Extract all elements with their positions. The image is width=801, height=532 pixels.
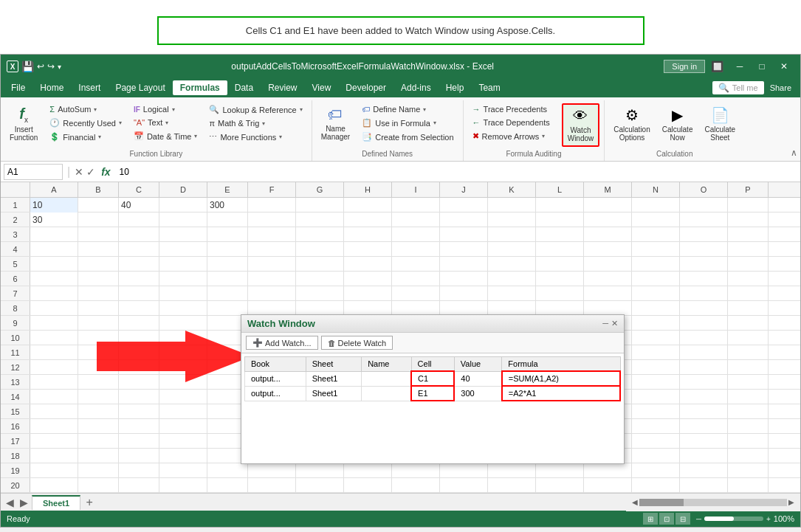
calc-options-button[interactable]: ⚙ Calculation Options (609, 103, 654, 145)
col-header-k[interactable]: K (488, 182, 536, 197)
cell-p1[interactable] (728, 198, 769, 213)
col-header-l[interactable]: L (536, 182, 584, 197)
text-dropdown[interactable]: ▾ (165, 120, 168, 126)
cell-n2[interactable] (632, 213, 680, 227)
menu-add-ins[interactable]: Add-ins (393, 80, 439, 95)
cell-g1[interactable] (296, 198, 344, 213)
more-functions-dropdown[interactable]: ▾ (279, 134, 282, 140)
add-sheet-button[interactable]: + (82, 495, 97, 510)
redo-quick-btn[interactable]: ↪ (47, 61, 55, 72)
confirm-formula-btn[interactable]: ✓ (86, 166, 95, 178)
create-from-selection-button[interactable]: 📑 Create from Selection (357, 131, 458, 143)
watch-window-minimize-btn[interactable]: ─ (602, 319, 608, 328)
cell-e2[interactable] (207, 213, 248, 227)
col-header-g[interactable]: G (296, 182, 344, 197)
cell-j1[interactable] (440, 198, 488, 213)
remove-arrows-button[interactable]: ✖ Remove Arrows ▾ (468, 130, 554, 142)
cell-h2[interactable] (344, 213, 392, 227)
col-header-o[interactable]: O (680, 182, 728, 197)
define-name-dropdown[interactable]: ▾ (423, 106, 426, 113)
save-quick-btn[interactable]: 💾 (21, 61, 34, 72)
formula-input[interactable] (117, 165, 797, 179)
col-header-m[interactable]: M (584, 182, 632, 197)
cell-p2[interactable] (728, 213, 769, 227)
cell-i1[interactable] (392, 198, 440, 213)
cell-c2[interactable] (119, 213, 159, 227)
name-box[interactable] (4, 164, 63, 180)
col-header-j[interactable]: J (440, 182, 488, 197)
more-functions-button[interactable]: ⋯ More Functions ▾ (204, 131, 306, 143)
h-scroll-track[interactable] (639, 499, 787, 506)
cell-b1[interactable] (78, 198, 119, 213)
menu-page-layout[interactable]: Page Layout (108, 80, 172, 95)
col-header-b[interactable]: B (78, 182, 119, 197)
watch-row-1[interactable]: output... Sheet1 C1 40 =SUM(A1,A2) (245, 371, 621, 386)
sheet-nav-prev[interactable]: ◀ (4, 497, 16, 508)
zoom-slider[interactable] (704, 517, 763, 521)
cell-i2[interactable] (392, 213, 440, 227)
col-header-i[interactable]: I (392, 182, 440, 197)
menu-help[interactable]: Help (439, 80, 472, 95)
math-trig-button[interactable]: π Math & Trig ▾ (204, 117, 306, 129)
autosum-button[interactable]: Σ AutoSum ▾ (45, 103, 126, 115)
recently-used-button[interactable]: 🕐 Recently Used ▾ (45, 117, 126, 129)
watch-window-button[interactable]: 👁 Watch Window (562, 103, 600, 147)
use-in-formula-dropdown[interactable]: ▾ (433, 120, 436, 126)
zoom-out-btn[interactable]: ─ (696, 515, 701, 523)
delete-watch-button[interactable]: 🗑 Delete Watch (321, 336, 393, 350)
zoom-in-btn[interactable]: + (766, 515, 771, 523)
col-header-e[interactable]: E (207, 182, 248, 197)
lookup-ref-dropdown[interactable]: ▾ (300, 106, 303, 113)
cell-j2[interactable] (440, 213, 488, 227)
trace-precedents-button[interactable]: → Trace Precedents (468, 103, 554, 115)
col-header-a[interactable]: A (30, 182, 78, 197)
autosum-dropdown[interactable]: ▾ (94, 106, 97, 113)
cell-m1[interactable] (584, 198, 632, 213)
page-break-view-btn[interactable]: ⊟ (675, 513, 690, 525)
cell-e1[interactable]: 300 (207, 198, 248, 213)
watch-window-close-btn[interactable]: ✕ (611, 319, 618, 328)
calc-now-button[interactable]: ▶ CalculateNow (658, 103, 698, 145)
logical-dropdown[interactable]: ▾ (172, 106, 175, 113)
cell-f2[interactable] (248, 213, 296, 227)
menu-file[interactable]: File (4, 80, 32, 95)
minimize-button[interactable]: ─ (729, 59, 750, 74)
cell-o1[interactable] (680, 198, 728, 213)
cell-m2[interactable] (584, 213, 632, 227)
col-header-h[interactable]: H (344, 182, 392, 197)
cell-a2[interactable]: 30 (30, 213, 78, 227)
col-header-c[interactable]: C (119, 182, 159, 197)
cell-f1[interactable] (248, 198, 296, 213)
menu-developer[interactable]: Developer (338, 80, 393, 95)
use-in-formula-button[interactable]: 📋 Use in Formula ▾ (357, 117, 458, 129)
cell-k1[interactable] (488, 198, 536, 213)
cell-k2[interactable] (488, 213, 536, 227)
col-header-f[interactable]: F (248, 182, 296, 197)
col-header-p[interactable]: P (728, 182, 769, 197)
cell-d2[interactable] (159, 213, 207, 227)
col-header-n[interactable]: N (632, 182, 680, 197)
page-layout-view-btn[interactable]: ⊡ (659, 513, 674, 525)
menu-team[interactable]: Team (471, 80, 507, 95)
watch-row-2[interactable]: output... Sheet1 E1 300 =A2*A1 (245, 386, 621, 401)
logical-button[interactable]: IF Logical ▾ (129, 103, 202, 115)
menu-home[interactable]: Home (32, 80, 71, 95)
share-button[interactable]: Share (764, 83, 797, 92)
cell-d1[interactable] (159, 198, 207, 213)
lookup-ref-button[interactable]: 🔍 Lookup & Reference ▾ (204, 103, 306, 116)
tell-me-search[interactable]: 🔍 Tell me (712, 81, 764, 94)
date-time-button[interactable]: 📅 Date & Time ▾ (129, 130, 202, 142)
col-header-d[interactable]: D (159, 182, 207, 197)
cell-g2[interactable] (296, 213, 344, 227)
cell-h1[interactable] (344, 198, 392, 213)
cancel-formula-btn[interactable]: ✕ (75, 166, 83, 178)
recently-used-dropdown[interactable]: ▾ (119, 120, 122, 126)
cell-n1[interactable] (632, 198, 680, 213)
h-scroll-thumb[interactable] (639, 499, 684, 506)
menu-insert[interactable]: Insert (71, 80, 108, 95)
undo-quick-btn[interactable]: ↩ (37, 61, 44, 72)
text-button[interactable]: "A" Text ▾ (129, 117, 202, 128)
ribbon-collapse-btn[interactable]: ∧ (791, 148, 797, 158)
cell-c1[interactable]: 40 (119, 198, 159, 213)
define-name-button[interactable]: 🏷 Define Name ▾ (357, 103, 458, 115)
